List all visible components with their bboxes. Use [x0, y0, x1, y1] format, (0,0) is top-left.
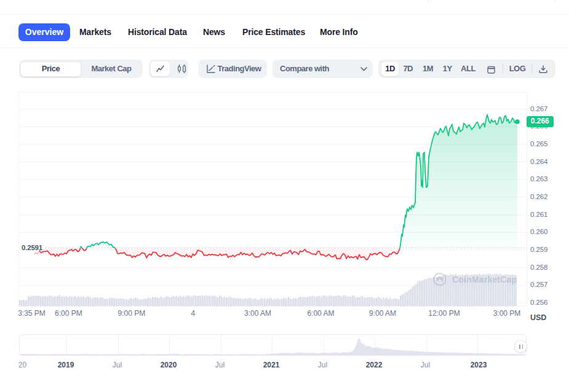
svg-text:CoinMarketCap: CoinMarketCap — [452, 275, 517, 284]
